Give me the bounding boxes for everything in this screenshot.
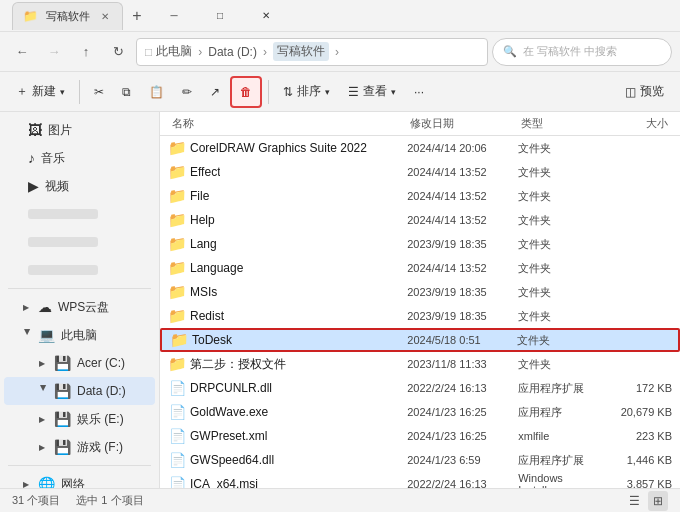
- acer-disk-icon: 💾: [54, 355, 71, 371]
- folder-icon: 📁: [168, 235, 186, 253]
- sidebar-item-thispc[interactable]: ▶ 💻 此电脑: [4, 321, 155, 349]
- table-row[interactable]: 📄DRPCUNLR.dll2022/2/24 16:13应用程序扩展172 KB: [160, 376, 680, 400]
- breadcrumb-folder[interactable]: 写稿软件: [273, 42, 329, 61]
- toolbar: ＋ 新建 ▾ ✂ ⧉ 📋 ✏ ↗ 🗑 ⇅ 排序 ▾ ☰ 查看 ▾ ··· ◫ 预…: [0, 72, 680, 112]
- sidebar: 🖼 图片 ♪ 音乐 ▶ 视频 ▶ ☁ WPS云盘 ▶ 💻 此电脑: [0, 112, 160, 488]
- sidebar-label-wps: WPS云盘: [58, 299, 109, 316]
- wps-expand-icon: ▶: [20, 301, 32, 313]
- folder-icon: 📁: [168, 163, 186, 181]
- forward-button[interactable]: →: [40, 38, 68, 66]
- copy-button[interactable]: ⧉: [114, 76, 139, 108]
- file-type-cell: 文件夹: [518, 261, 603, 276]
- active-tab[interactable]: 📁 写稿软件 ✕: [12, 2, 123, 30]
- sort-button[interactable]: ⇅ 排序 ▾: [275, 76, 338, 108]
- table-row[interactable]: 📁Redist2023/9/19 18:35文件夹: [160, 304, 680, 328]
- sidebar-item-music[interactable]: ♪ 音乐: [4, 144, 155, 172]
- file-name-text: GWSpeed64.dll: [190, 453, 274, 467]
- grid-view-button[interactable]: ⊞: [648, 491, 668, 511]
- share-button[interactable]: ↗: [202, 76, 228, 108]
- file-type-cell: 应用程序: [518, 405, 603, 420]
- table-row[interactable]: 📁ToDesk2024/5/18 0:51文件夹: [160, 328, 680, 352]
- file-name-cell: 📁Redist: [168, 307, 407, 325]
- sidebar-label-data: Data (D:): [77, 384, 126, 398]
- col-header-name[interactable]: 名称: [168, 116, 406, 131]
- tab-label: 写稿软件: [46, 9, 90, 24]
- file-date-cell: 2024/4/14 20:06: [407, 142, 518, 154]
- refresh-button[interactable]: ↻: [104, 38, 132, 66]
- file-name-text: GoldWave.exe: [190, 405, 268, 419]
- col-header-size[interactable]: 大小: [603, 116, 672, 131]
- view-button[interactable]: ☰ 查看 ▾: [340, 76, 404, 108]
- table-row[interactable]: 📄ICA_x64.msi2022/2/24 16:13Windows Insta…: [160, 472, 680, 488]
- sidebar-item-network[interactable]: ▶ 🌐 网络: [4, 470, 155, 488]
- sidebar-item-pictures[interactable]: 🖼 图片: [4, 116, 155, 144]
- paste-button[interactable]: 📋: [141, 76, 172, 108]
- sidebar-item-videos[interactable]: ▶ 视频: [4, 172, 155, 200]
- sidebar-item-blurred2[interactable]: [4, 228, 155, 256]
- breadcrumb-data[interactable]: Data (D:): [208, 45, 257, 59]
- file-name-cell: 📁Help: [168, 211, 407, 229]
- network-expand-icon: ▶: [20, 478, 32, 488]
- table-row[interactable]: 📄GWSpeed64.dll2024/1/23 6:59应用程序扩展1,446 …: [160, 448, 680, 472]
- sidebar-item-wps[interactable]: ▶ ☁ WPS云盘: [4, 293, 155, 321]
- sidebar-item-games[interactable]: ▶ 💾 游戏 (F:): [4, 433, 155, 461]
- folder-icon: 📁: [168, 355, 186, 373]
- table-row[interactable]: 📄GoldWave.exe2024/1/23 16:25应用程序20,679 K…: [160, 400, 680, 424]
- more-button[interactable]: ···: [406, 76, 432, 108]
- table-row[interactable]: 📁Language2024/4/14 13:52文件夹: [160, 256, 680, 280]
- file-name-cell: 📁ToDesk: [170, 331, 407, 349]
- minimize-button[interactable]: ─: [151, 0, 197, 32]
- sidebar-item-blurred3[interactable]: [4, 256, 155, 284]
- entertain-expand-icon: ▶: [36, 413, 48, 425]
- new-dropdown-icon: ▾: [60, 87, 65, 97]
- table-row[interactable]: 📁File2024/4/14 13:52文件夹: [160, 184, 680, 208]
- file-name-cell: 📄GWSpeed64.dll: [168, 451, 407, 469]
- table-row[interactable]: 📁Effect2024/4/14 13:52文件夹: [160, 160, 680, 184]
- file-name-text: MSIs: [190, 285, 217, 299]
- preview-button[interactable]: ◫ 预览: [617, 76, 672, 108]
- new-label: 新建: [32, 83, 56, 100]
- close-button[interactable]: ✕: [243, 0, 289, 32]
- file-date-cell: 2023/9/19 18:35: [407, 238, 518, 250]
- delete-button[interactable]: 🗑: [230, 76, 262, 108]
- cut-button[interactable]: ✂: [86, 76, 112, 108]
- maximize-button[interactable]: □: [197, 0, 243, 32]
- back-button[interactable]: ←: [8, 38, 36, 66]
- tab-close-button[interactable]: ✕: [98, 9, 112, 23]
- sidebar-item-blurred1[interactable]: [4, 200, 155, 228]
- sidebar-divider-1: [8, 288, 151, 289]
- file-date-cell: 2024/1/23 6:59: [407, 454, 518, 466]
- sep2: ›: [263, 45, 267, 59]
- sidebar-item-acer[interactable]: ▶ 💾 Acer (C:): [4, 349, 155, 377]
- new-tab-button[interactable]: +: [123, 2, 151, 30]
- sidebar-label-videos: 视频: [45, 178, 69, 195]
- new-button[interactable]: ＋ 新建 ▾: [8, 76, 73, 108]
- table-row[interactable]: 📁CorelDRAW Graphics Suite 20222024/4/14 …: [160, 136, 680, 160]
- search-bar[interactable]: 🔍 在 写稿软件 中搜索: [492, 38, 672, 66]
- titlebar: 📁 写稿软件 ✕ + ─ □ ✕: [0, 0, 680, 32]
- paste-icon: 📋: [149, 85, 164, 99]
- address-bar[interactable]: □ 此电脑 › Data (D:) › 写稿软件 ›: [136, 38, 488, 66]
- rename-button[interactable]: ✏: [174, 76, 200, 108]
- search-icon: 🔍: [503, 45, 517, 58]
- table-row[interactable]: 📁Help2024/4/14 13:52文件夹: [160, 208, 680, 232]
- file-size-cell: 172 KB: [604, 382, 672, 394]
- folder-icon: 📁: [168, 283, 186, 301]
- thispc-expand-icon: ▶: [20, 329, 32, 341]
- sidebar-item-entertain[interactable]: ▶ 💾 娱乐 (E:): [4, 405, 155, 433]
- up-button[interactable]: ↑: [72, 38, 100, 66]
- table-row[interactable]: 📁Lang2023/9/19 18:35文件夹: [160, 232, 680, 256]
- table-row[interactable]: 📁MSIs2023/9/19 18:35文件夹: [160, 280, 680, 304]
- blurred-item-1: [28, 209, 98, 219]
- table-row[interactable]: 📄GWPreset.xml2024/1/23 16:25xmlfile223 K…: [160, 424, 680, 448]
- selected-count: 选中 1 个项目: [76, 493, 143, 508]
- col-header-date[interactable]: 修改日期: [406, 116, 517, 131]
- breadcrumb-thispc[interactable]: 此电脑: [156, 43, 192, 60]
- sep-2: [268, 80, 269, 104]
- col-header-type[interactable]: 类型: [517, 116, 603, 131]
- details-view-button[interactable]: ☰: [624, 491, 644, 511]
- table-row[interactable]: 📁第二步：授权文件2023/11/8 11:33文件夹: [160, 352, 680, 376]
- file-name-text: GWPreset.xml: [190, 429, 267, 443]
- file-type-cell: 文件夹: [518, 285, 603, 300]
- sidebar-item-data[interactable]: ▶ 💾 Data (D:): [4, 377, 155, 405]
